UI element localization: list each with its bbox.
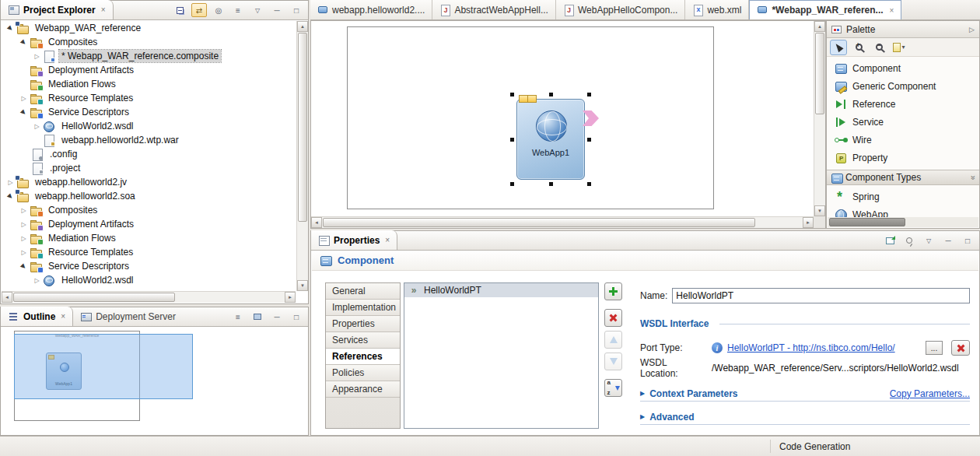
scrollbar-thumb[interactable] [829, 218, 905, 226]
remove-reference-button[interactable] [604, 309, 622, 327]
outline-tree-mode-icon[interactable]: ≡ [230, 310, 246, 324]
scroll-right-icon[interactable]: ► [803, 217, 814, 228]
properties-tab[interactable]: Properties × [311, 230, 397, 250]
component-types-drawer[interactable]: Component Types « [827, 170, 979, 185]
scrollbar-thumb[interactable] [323, 218, 755, 227]
tree-item-project[interactable]: .project [2, 161, 296, 175]
tree-item-resource-templates[interactable]: ▷Resource Templates [2, 91, 296, 105]
tree-item-webapp-war-reference-composite[interactable]: ▷* Webapp_WAR_reference.composite [2, 49, 296, 63]
tree-item-service-descriptors[interactable]: ▶Service Descriptors [2, 259, 296, 273]
scrollbar-thumb[interactable] [298, 33, 307, 222]
tree-item-config[interactable]: .config [2, 147, 296, 161]
collapse-all-icon[interactable] [172, 3, 187, 17]
vertical-scrollbar[interactable]: ▲ ▼ [296, 21, 308, 291]
tree-item-helloworld2-wsdl[interactable]: ▷HelloWorld2.wsdl [2, 119, 296, 133]
tree-item-webapp-helloworld2-wtp-war[interactable]: webapp.helloworld2.wtp.war [2, 133, 296, 147]
expander-expanded-icon[interactable]: ▶ [17, 106, 30, 119]
close-icon[interactable]: × [61, 312, 65, 321]
scroll-down-icon[interactable]: ▼ [297, 280, 308, 291]
editor-tab-webapphellocompon[interactable]: WebAppHelloCompon... [556, 0, 686, 19]
properties-tab-appearance[interactable]: Appearance [326, 381, 400, 398]
scroll-left-icon[interactable]: ◄ [2, 292, 12, 303]
port-type-link[interactable]: HelloWorldPT - http://ns.tibco.com/Hello… [727, 342, 895, 353]
close-icon[interactable]: × [385, 236, 390, 244]
tree-item-deployment-artifacts[interactable]: Deployment Artifacts [2, 63, 296, 77]
tree-item-webapp-helloworld2-soa[interactable]: ▶webapp.helloworld2.soa [2, 189, 296, 203]
outline-tab-outline[interactable]: Outline× [1, 307, 73, 326]
zoom-out-tool[interactable] [870, 40, 887, 55]
move-down-button[interactable] [604, 353, 622, 370]
reference-item-helloworldpt[interactable]: »HelloWorldPT [404, 283, 598, 297]
editor-tab-abstractwebapphell[interactable]: AbstractWebAppHell... [432, 0, 556, 19]
expand-icon[interactable]: ▶ [640, 413, 645, 420]
scrollbar-thumb[interactable] [13, 293, 175, 302]
tree-item-deployment-artifacts[interactable]: ▷Deployment Artifacts [2, 217, 296, 231]
references-list[interactable]: »HelloWorldPT [404, 282, 599, 429]
outline-overview-mode-icon[interactable] [250, 310, 265, 324]
properties-tab-policies[interactable]: Policies [326, 365, 400, 381]
copy-parameters-link[interactable]: Copy Parameters... [890, 388, 970, 399]
properties-tab-general[interactable]: General [326, 283, 400, 300]
palette-collapse-icon[interactable]: ▷ [969, 26, 975, 33]
tree-item-helloworld2-wsdl[interactable]: ▷HelloWorld2.wsdl [2, 273, 296, 287]
selection-handle[interactable] [510, 138, 514, 142]
scroll-up-icon[interactable]: ▲ [814, 21, 825, 32]
minimize-icon[interactable]: ─ [269, 3, 285, 17]
tree-item-mediation-flows[interactable]: ▷Mediation Flows [2, 231, 296, 245]
expander-collapsed-icon[interactable]: ▷ [18, 207, 30, 214]
maximize-icon[interactable]: □ [289, 3, 304, 17]
close-icon[interactable]: × [890, 6, 894, 15]
tree-item-resource-templates[interactable]: ▷Resource Templates [2, 245, 296, 259]
editor-tab-webapp-war-referen[interactable]: *Webapp_WAR_referen...× [749, 0, 901, 19]
expander-collapsed-icon[interactable]: ▷ [31, 277, 43, 284]
palette-scrollbar[interactable] [828, 217, 978, 227]
expander-collapsed-icon[interactable]: ▷ [18, 221, 30, 228]
selection-handle[interactable] [587, 93, 591, 96]
expander-collapsed-icon[interactable]: ▷ [18, 235, 30, 242]
customize-view-icon[interactable]: ≡ [230, 3, 246, 17]
editor-tab-web-xml[interactable]: web.xml [685, 0, 749, 19]
name-input[interactable] [672, 288, 970, 303]
selection-handle[interactable] [549, 93, 553, 96]
view-menu-icon[interactable]: ▽ [250, 3, 265, 17]
dropdown-icon[interactable]: ▾ [901, 44, 905, 51]
scroll-down-icon[interactable]: ▼ [814, 205, 825, 216]
tree-item-webapp-helloworld2-jv[interactable]: ▷webapp.helloworld2.jv [2, 175, 296, 189]
advanced-heading[interactable]: Advanced [649, 412, 694, 423]
palette-item-service[interactable]: Service [827, 113, 979, 131]
palette-item-spring[interactable]: Spring [827, 188, 979, 205]
expander-collapsed-icon[interactable]: ▷ [31, 123, 43, 130]
new-view-icon[interactable] [882, 233, 898, 247]
expander-expanded-icon[interactable]: ▶ [17, 36, 30, 49]
maximize-icon[interactable]: □ [960, 233, 975, 247]
tree-item-webapp-war-reference[interactable]: ▶Webapp_WAR_reference [2, 21, 296, 35]
close-icon[interactable]: × [101, 5, 106, 14]
maximize-icon[interactable]: □ [289, 310, 304, 324]
selection-handle[interactable] [510, 182, 514, 186]
expander-collapsed-icon[interactable]: ▷ [18, 95, 30, 102]
zoom-in-tool[interactable] [850, 40, 867, 55]
add-reference-button[interactable] [604, 282, 622, 300]
outline-viewport-rect[interactable] [14, 334, 193, 399]
properties-tab-properties[interactable]: Properties [326, 316, 400, 332]
link-with-editor-icon[interactable]: ⇄ [191, 3, 207, 17]
scrollbar-thumb[interactable] [815, 33, 824, 114]
tree-item-composites[interactable]: ▷Composites [2, 203, 296, 217]
canvas-vertical-scrollbar[interactable]: ▲ ▼ [814, 21, 825, 216]
tree-item-service-descriptors[interactable]: ▶Service Descriptors [2, 105, 296, 119]
expander-collapsed-icon[interactable]: ▷ [31, 53, 43, 60]
tree-item-composites[interactable]: ▶Composites [2, 35, 296, 49]
palette-item-property[interactable]: Property [827, 149, 979, 167]
scroll-up-icon[interactable]: ▲ [297, 21, 308, 32]
tree-item-mediation-flows[interactable]: Mediation Flows [2, 77, 296, 91]
expand-icon[interactable]: ▶ [640, 390, 645, 397]
selection-handle[interactable] [549, 182, 553, 186]
editor-tab-webapp-helloworld2[interactable]: webapp.helloworld2.... [310, 0, 432, 19]
palette-header[interactable]: Palette ▷ [827, 21, 979, 38]
project-explorer-tab[interactable]: Project Explorer × [1, 0, 114, 19]
minimize-icon[interactable]: ─ [269, 310, 285, 324]
palette-item-generic-component[interactable]: Generic Component [827, 77, 979, 95]
composite-editor-canvas[interactable]: WebApp1 ▲ ▼ ◄ ► [310, 20, 826, 229]
pin-view-icon[interactable] [901, 233, 917, 247]
selection-handle[interactable] [510, 93, 514, 96]
